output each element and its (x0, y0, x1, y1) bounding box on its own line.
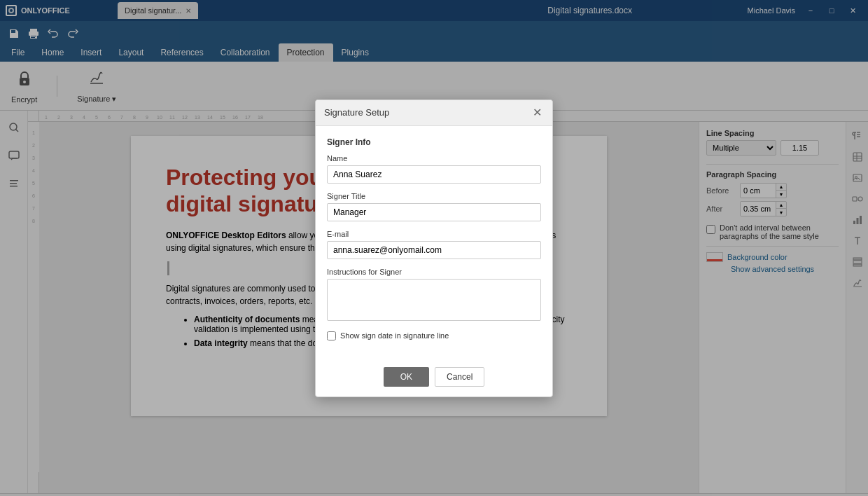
signature-setup-modal: Signature Setup ✕ Signer Info Name Signe… (315, 99, 553, 397)
show-sign-date-label: Show sign date in signature line (340, 331, 449, 340)
modal-overlay: Signature Setup ✕ Signer Info Name Signe… (0, 0, 868, 496)
signer-title-input[interactable] (327, 203, 541, 221)
name-input[interactable] (327, 165, 541, 184)
signer-title-label: Signer Title (327, 192, 541, 200)
modal-header: Signature Setup ✕ (316, 100, 552, 126)
ok-button[interactable]: OK (384, 367, 429, 387)
modal-body: Signer Info Name Signer Title E-mail Ins… (316, 126, 552, 360)
modal-footer: OK Cancel (316, 360, 552, 397)
modal-title: Signature Setup (324, 107, 389, 118)
name-label: Name (327, 154, 541, 163)
instructions-label: Instructions for Signer (327, 268, 541, 276)
email-group: E-mail (327, 230, 541, 259)
modal-close-button[interactable]: ✕ (530, 106, 544, 120)
instructions-textarea[interactable] (327, 279, 541, 321)
name-group: Name (327, 154, 541, 184)
email-label: E-mail (327, 230, 541, 238)
cancel-button[interactable]: Cancel (435, 367, 484, 387)
email-input[interactable] (327, 241, 541, 259)
signer-title-group: Signer Title (327, 192, 541, 221)
signer-info-title: Signer Info (327, 137, 541, 147)
show-sign-date-row: Show sign date in signature line (327, 331, 541, 340)
instructions-group: Instructions for Signer (327, 268, 541, 323)
show-sign-date-checkbox[interactable] (327, 331, 336, 340)
